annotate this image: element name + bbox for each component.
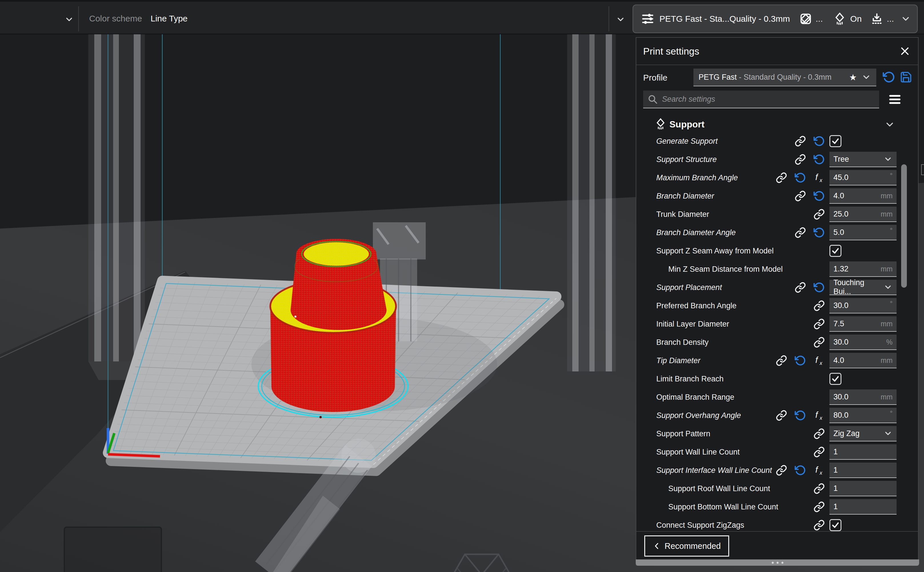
close-button[interactable] [899,45,911,58]
setting-input[interactable]: 4.0mm [829,188,896,204]
setting-input[interactable]: 45.0° [829,170,896,185]
setting-label: Support Bottom Wall Line Count [656,502,814,511]
reset-icon[interactable] [814,227,825,238]
profile-suffix: - Standard Quality - 0.3mm [737,73,832,82]
setting-label: Branch Diameter Angle [656,228,795,237]
link-icon [814,428,825,440]
link-icon [776,410,787,421]
link-icon [795,154,806,165]
setting-input[interactable]: 4.0mm [829,353,896,368]
setting-label: Generate Support [656,137,795,146]
section-header-support[interactable]: Support [636,116,918,132]
setting-row: Maximum Branch Angle45.0° [636,169,918,187]
chevron-down-icon [884,429,893,438]
setting-input[interactable]: 1.32mm [829,261,896,277]
setting-row: Branch Density30.0% [636,333,918,351]
reset-icon[interactable] [795,410,806,421]
setting-value: 7.5 [834,319,881,328]
setting-unit: mm [881,320,893,328]
adhesion-icon [870,12,884,25]
view-options-chevron[interactable] [614,12,627,26]
link-icon [814,519,825,531]
profile-dropdown[interactable]: PETG Fast - Standard Quality - 0.3mm ★ [693,68,876,86]
setting-label: Support Placement [656,283,795,292]
reset-icon[interactable] [814,135,825,147]
setting-row: Support Roof Wall Line Count1 [636,479,918,498]
setting-input[interactable]: 1 [829,463,896,478]
setting-input[interactable]: 1 [829,499,896,514]
setting-dropdown[interactable]: Zig Zag [829,426,896,441]
setting-unit: ° [890,300,893,308]
setting-input[interactable]: 25.0mm [829,207,896,222]
recommended-label: Recommended [665,541,721,551]
reset-icon[interactable] [795,355,806,366]
search-input[interactable]: Search settings [643,90,879,108]
setting-row: Limit Branch Reach [636,370,918,388]
search-icon [647,94,658,104]
toolbar-divider-right [609,6,609,31]
setting-label: Support Overhang Angle [656,411,776,420]
fx-icon [814,355,825,366]
setting-checkbox[interactable] [829,135,842,147]
reset-icon[interactable] [814,154,825,165]
support-icon [833,12,846,25]
setting-checkbox[interactable] [829,373,842,385]
setting-label: Preferred Branch Angle [656,302,814,310]
setting-label: Min Z Seam Distance from Model [656,265,825,274]
link-icon [814,300,825,311]
setting-row: Support Interface Wall Line Count1 [636,461,918,479]
setting-input[interactable]: 30.0% [829,334,896,350]
setting-unit: mm [881,210,893,218]
setting-row: Support Bottom Wall Line Count1 [636,498,918,516]
panel-header: Print settings [636,38,918,65]
save-profile-icon[interactable] [900,71,912,84]
setting-label: Tip Diameter [656,356,776,365]
setting-checkbox[interactable] [829,245,842,257]
setting-label: Initial Layer Diameter [656,320,814,329]
panel-resize-handle[interactable] [636,560,919,566]
setting-row: Support PlacementTouching Bui... [636,278,918,297]
link-icon [814,337,825,348]
setting-label: Branch Diameter [656,192,795,201]
chevron-down-icon [862,72,871,82]
setting-label: Support Wall Line Count [656,448,814,457]
reset-icon[interactable] [795,172,806,183]
setting-value: 1 [834,448,893,456]
color-scheme-value[interactable]: Line Type [151,2,188,36]
edge-cutoff-element [921,164,924,175]
setting-dropdown[interactable]: Touching Bui... [829,280,896,295]
reset-profile-icon[interactable] [882,71,895,84]
recommended-button[interactable]: Recommended [644,535,729,556]
setting-unit: mm [881,265,893,273]
check-icon [831,137,840,145]
setting-row: Min Z Seam Distance from Model1.32mm [636,260,918,278]
setting-input[interactable]: 5.0° [829,225,896,240]
reset-icon[interactable] [814,190,825,202]
reset-icon[interactable] [814,282,825,293]
stage-collapse-button[interactable] [62,12,76,26]
link-icon [814,318,825,330]
toolbar-support-value: On [850,14,862,24]
setting-checkbox[interactable] [829,519,842,531]
reset-icon[interactable] [795,465,806,476]
settings-menu-icon[interactable] [888,92,902,107]
setting-row: Support Overhang Angle80.0° [636,406,918,424]
setting-dropdown[interactable]: Tree [829,152,896,167]
setting-input[interactable]: 7.5mm [829,316,896,332]
setting-input[interactable]: 80.0° [829,408,896,423]
infill-icon [799,12,812,25]
setting-unit: mm [881,192,893,200]
print-settings-toolbar-button[interactable]: PETG Fast - Sta...Quality - 0.3mm ... On… [632,5,918,33]
setting-value: Tree [834,155,884,164]
setting-value: 30.0 [834,301,890,310]
panel-scrollbar[interactable] [901,164,907,288]
search-row: Search settings [636,90,918,109]
print-settings-panel: Print settings Profile PETG Fast - Stand… [636,37,919,566]
setting-input[interactable]: 30.0mm [829,389,896,405]
setting-input[interactable]: 1 [829,481,896,496]
setting-input[interactable]: 30.0° [829,298,896,314]
setting-input[interactable]: 1 [829,444,896,460]
setting-value: 4.0 [834,356,881,365]
setting-row: Generate Support [636,132,918,150]
top-bar: Color scheme Line Type PETG Fast - Sta..… [0,0,924,34]
